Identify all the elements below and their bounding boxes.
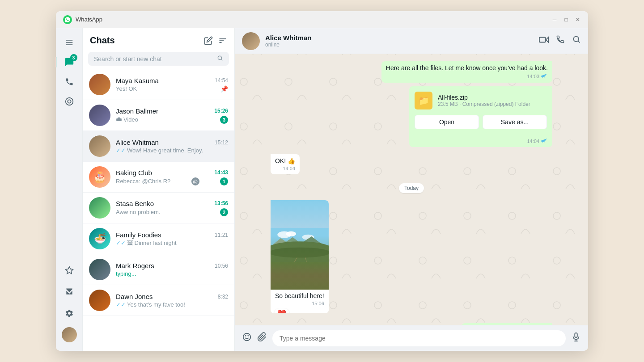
chat-preview-row: ✓✓ 🖼 Dinner last night [116,240,228,246]
chat-preview-row: Video 3 [116,116,228,124]
chat-item-mark[interactable]: Mark Rogers 10:56 typing... [83,254,234,285]
chat-main: Alice Whitman online [235,28,588,351]
app-window: WhatsApp ─ □ ✕ 3 [56,11,588,351]
file-icon: 📁 [415,92,432,109]
photo-image[interactable] [271,200,329,290]
chat-name-row: Dawn Jones 8:32 [116,293,228,300]
filter-button[interactable] [218,36,227,45]
date-divider: Today [271,183,552,193]
chat-list: Maya Kasuma 14:54 Yes! OK 📌 Ja [83,69,234,351]
photo-bubble: So beautiful here! 15:06 ❤️ [271,200,329,313]
nav-settings[interactable] [60,304,78,322]
nav-archived[interactable] [60,283,78,301]
search-chat-button[interactable] [572,35,581,47]
input-bar [235,325,588,351]
chat-item-jason[interactable]: Jason Ballmer 15:26 Video 3 [83,100,234,131]
minimize-button[interactable]: ─ [551,17,558,23]
contact-status: online [265,42,534,48]
chat-time: 11:21 [215,232,228,238]
chat-preview-row: ✓✓ Yes that's my fave too! [116,301,228,308]
message-time: 14:04 [527,139,539,144]
chat-time: 14:43 [214,169,228,176]
chat-name-row: Stasa Benko 13:56 [116,200,228,207]
emoji-button[interactable] [242,332,252,344]
chat-list-actions [204,36,227,45]
chat-preview-row: Aww no problem. 2 [116,208,228,216]
chat-name: Stasa Benko [116,200,154,207]
message-input[interactable] [272,330,566,346]
svg-marker-16 [279,237,305,247]
chat-item-dawn[interactable]: Dawn Jones 8:32 ✓✓ Yes that's my fave to… [83,285,234,316]
chat-name-row: Maya Kasuma 14:54 [116,77,228,84]
chat-preview-row: Rebecca: @Chris R? @ 1 [116,177,228,185]
chat-info: Mark Rogers 10:56 typing... [116,262,228,277]
svg-point-6 [218,56,221,59]
message-meta: 15:06 [275,301,324,306]
attach-button[interactable] [257,332,267,344]
chat-avatar [89,290,110,311]
chat-name: Mark Rogers [116,262,154,269]
chat-avatar [89,197,110,219]
video-call-button[interactable] [539,35,549,47]
messages-area: Here are all the files. Let me know once… [235,54,588,325]
search-bar[interactable] [88,52,229,66]
chat-avatar [89,105,110,126]
search-icon [217,55,223,63]
chat-item-stasa[interactable]: Stasa Benko 13:56 Aww no problem. 2 [83,193,234,223]
message-reaction[interactable]: ❤️ [274,308,289,313]
chat-list-title: Chats [90,35,115,46]
chat-preview-row: Yes! OK 📌 [116,85,228,93]
chat-item-family[interactable]: 🍜 Family Foodies 11:21 ✓✓ 🖼 Dinner last … [83,223,234,254]
save-file-button[interactable]: Save as... [483,115,547,129]
nav-sidebar: 3 [56,28,83,351]
chat-time: 14:54 [215,77,228,84]
message-text: Here are all the files. Let me know once… [386,64,548,72]
svg-point-14 [302,235,314,240]
chat-info: Maya Kasuma 14:54 Yes! OK 📌 [116,77,228,93]
nav-status[interactable] [60,93,78,110]
nav-starred[interactable] [60,261,78,279]
nav-avatar[interactable] [60,326,78,344]
message-meta: 14:04 [275,166,295,171]
svg-rect-7 [116,118,122,121]
close-button[interactable]: ✕ [575,17,581,23]
chat-preview: Yes! OK [116,85,137,92]
message-bubble: Here are all the files. Let me know once… [381,61,552,83]
titlebar: WhatsApp ─ □ ✕ [56,11,588,28]
search-input[interactable] [94,55,217,63]
chat-list-panel: Chats [83,28,235,351]
message-text: OK! 👍 [275,157,295,164]
voice-message-button[interactable] [571,332,581,344]
chat-name: Dawn Jones [116,293,153,300]
file-attachment: 📁 All-files.zip 23.5 MB · Compressed (zi… [409,86,552,135]
chat-preview: ✓✓ Yes that's my fave too! [116,301,185,308]
chat-list-header: Chats [83,28,234,50]
svg-point-21 [243,333,251,341]
chat-avatar [89,74,110,95]
svg-marker-9 [546,38,549,42]
chat-name-row: Jason Ballmer 15:26 [116,107,228,115]
open-file-button[interactable]: Open [415,115,479,129]
message-tick [541,138,548,144]
double-tick-icon: ✓✓ [116,147,126,154]
chat-item-alice[interactable]: Alice Whitman 15:12 ✓✓ Wow! Have great t… [83,131,234,162]
chat-preview: ✓✓ 🖼 Dinner last night [116,240,177,246]
svg-rect-19 [271,248,329,262]
contact-name[interactable]: Alice Whitman [265,34,534,42]
nav-calls[interactable] [60,73,78,91]
compose-button[interactable] [204,36,213,45]
chat-item-baking[interactable]: 🎂 Baking Club 14:43 Rebecca: @Chris R? @… [83,162,234,193]
nav-menu[interactable] [60,34,78,51]
svg-point-4 [65,98,73,105]
double-tick-icon: ✓✓ [116,301,126,308]
chat-item-maya[interactable]: Maya Kasuma 14:54 Yes! OK 📌 [83,69,234,100]
nav-chats[interactable]: 3 [60,53,78,71]
voice-call-button[interactable] [556,35,565,47]
chat-time: 8:32 [218,294,228,300]
chat-time: 10:56 [215,263,228,269]
chat-time: 15:12 [215,139,228,146]
chat-avatar: 🍜 [89,228,110,249]
contact-avatar[interactable] [242,32,260,50]
svg-rect-2 [66,44,72,45]
maximize-button[interactable]: □ [563,17,569,23]
